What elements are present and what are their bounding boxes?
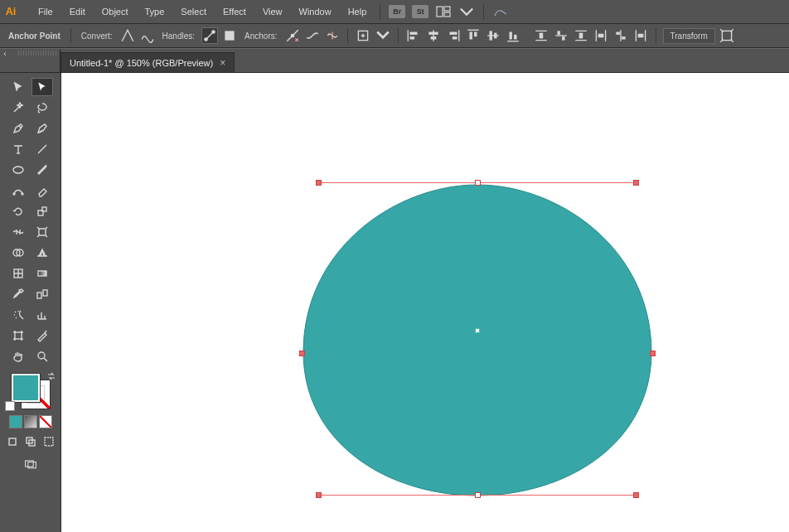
align-right-button[interactable]	[445, 27, 462, 44]
document-tab-title: Untitled-1* @ 150% (RGB/Preview)	[70, 58, 213, 68]
color-mode-gradient[interactable]	[24, 415, 37, 428]
color-mode-row	[9, 415, 52, 428]
handle-endpoint[interactable]	[316, 492, 322, 498]
transform-each-button[interactable]	[719, 27, 735, 44]
handle-endpoint[interactable]	[316, 180, 322, 186]
menu-window[interactable]: Window	[293, 3, 338, 20]
distribute-left-button[interactable]	[593, 27, 609, 44]
selection-tool[interactable]	[7, 78, 29, 96]
rotate-tool[interactable]	[7, 202, 29, 220]
connect-anchor-button[interactable]	[304, 27, 321, 44]
symbol-sprayer-tool[interactable]	[7, 306, 29, 324]
swap-fill-stroke-icon[interactable]	[46, 371, 56, 381]
align-vcenter-button[interactable]	[485, 27, 501, 44]
draw-behind-button[interactable]	[22, 433, 39, 450]
distribute-vcenter-button[interactable]	[553, 27, 569, 44]
menu-file[interactable]: File	[31, 3, 60, 20]
anchor-point-bottom[interactable]	[475, 492, 481, 498]
svg-rect-2	[444, 7, 450, 11]
direct-selection-tool[interactable]	[31, 78, 53, 96]
magic-wand-tool[interactable]	[7, 99, 29, 117]
perspective-grid-tool[interactable]	[31, 244, 53, 262]
align-hcenter-button[interactable]	[425, 27, 442, 44]
document-tab[interactable]: Untitled-1* @ 150% (RGB/Preview) ×	[61, 52, 235, 72]
color-mode-none[interactable]	[39, 415, 52, 428]
menu-view[interactable]: View	[256, 3, 289, 20]
slice-tool[interactable]	[31, 326, 53, 345]
draw-inside-button[interactable]	[41, 433, 57, 450]
default-fill-stroke-icon[interactable]	[5, 401, 15, 411]
distribute-right-button[interactable]	[632, 27, 649, 44]
draw-normal-button[interactable]	[4, 433, 21, 450]
tool-panel	[0, 73, 61, 532]
align-bottom-button[interactable]	[505, 27, 521, 44]
menu-object[interactable]: Object	[95, 3, 135, 20]
fill-stroke-control[interactable]	[12, 374, 50, 409]
handles-hide-button[interactable]	[221, 27, 238, 44]
menu-type[interactable]: Type	[138, 3, 172, 20]
lasso-tool[interactable]	[31, 99, 53, 117]
menu-effect[interactable]: Effect	[216, 3, 253, 20]
anchor-point-right[interactable]	[650, 351, 656, 356]
anchor-point-top[interactable]	[475, 180, 481, 186]
svg-rect-23	[562, 36, 564, 41]
panel-collapse-icon[interactable]	[3, 51, 15, 57]
handles-show-button[interactable]	[201, 27, 218, 44]
svg-rect-12	[430, 36, 436, 39]
cut-path-button[interactable]	[324, 27, 341, 44]
distribute-hcenter-button[interactable]	[612, 27, 629, 44]
transform-button[interactable]: Transform	[663, 28, 715, 44]
menu-select[interactable]: Select	[174, 3, 213, 20]
width-tool[interactable]	[7, 223, 29, 241]
pen-tool[interactable]	[7, 119, 29, 138]
handle-endpoint[interactable]	[633, 180, 639, 186]
isolate-button[interactable]	[355, 27, 371, 44]
align-top-button[interactable]	[465, 27, 482, 44]
svg-point-42	[38, 352, 45, 359]
convert-smooth-button[interactable]	[139, 27, 156, 44]
shaper-tool[interactable]	[7, 181, 29, 200]
shape-builder-tool[interactable]	[7, 244, 29, 262]
align-left-button[interactable]	[405, 27, 422, 44]
mesh-tool[interactable]	[7, 264, 29, 283]
eyedropper-tool[interactable]	[7, 285, 29, 303]
gpu-performance-icon[interactable]	[493, 5, 508, 18]
free-transform-tool[interactable]	[31, 223, 53, 241]
svg-rect-9	[409, 32, 417, 35]
convert-corner-button[interactable]	[119, 27, 136, 44]
type-tool[interactable]	[7, 140, 29, 158]
eraser-tool[interactable]	[31, 181, 53, 200]
ellipse-tool[interactable]	[7, 161, 29, 179]
arrange-documents-icon[interactable]	[436, 5, 451, 18]
line-segment-tool[interactable]	[31, 140, 53, 158]
blend-tool[interactable]	[31, 285, 53, 303]
distribute-top-button[interactable]	[533, 27, 549, 44]
canvas[interactable]	[61, 73, 789, 532]
hand-tool[interactable]	[7, 347, 29, 365]
distribute-bottom-button[interactable]	[573, 27, 589, 44]
curvature-tool[interactable]	[31, 119, 53, 138]
column-graph-tool[interactable]	[31, 306, 53, 324]
stock-icon[interactable]: St	[412, 5, 428, 18]
handle-endpoint[interactable]	[633, 492, 639, 498]
bridge-icon[interactable]: Br	[389, 5, 405, 18]
menu-edit[interactable]: Edit	[63, 3, 92, 20]
selected-ellipse-shape[interactable]	[302, 182, 653, 497]
zoom-tool[interactable]	[31, 347, 53, 365]
svg-rect-14	[452, 36, 457, 39]
menu-help[interactable]: Help	[341, 3, 374, 20]
color-mode-color[interactable]	[9, 415, 22, 428]
paintbrush-tool[interactable]	[31, 161, 53, 179]
screen-mode-button[interactable]	[23, 457, 38, 472]
chevron-down-icon[interactable]	[459, 5, 474, 18]
scale-tool[interactable]	[31, 202, 53, 220]
close-tab-button[interactable]: ×	[220, 57, 225, 69]
artboard-tool[interactable]	[7, 326, 29, 345]
anchor-point-left[interactable]	[299, 351, 305, 356]
fill-swatch[interactable]	[12, 374, 40, 402]
remove-anchor-button[interactable]	[284, 27, 301, 44]
svg-rect-25	[598, 34, 603, 38]
panel-grip-icon[interactable]	[18, 51, 56, 56]
gradient-tool[interactable]	[31, 264, 53, 283]
isolate-dropdown[interactable]	[375, 27, 391, 44]
